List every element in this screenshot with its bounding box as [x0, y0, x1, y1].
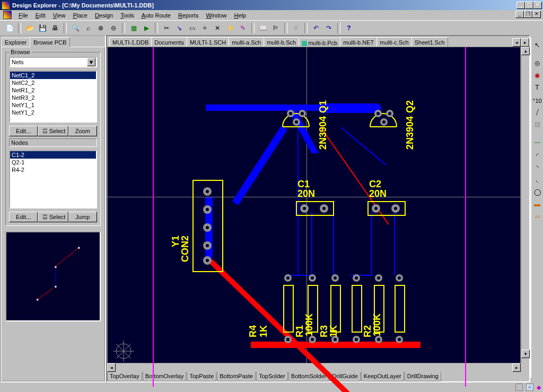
pad[interactable] — [293, 118, 300, 126]
tb-select-rect[interactable]: ▭ — [187, 23, 197, 33]
tb-tool7[interactable]: ✎ — [238, 23, 248, 33]
pad[interactable] — [299, 110, 306, 117]
document-icon[interactable] — [3, 11, 12, 19]
maximize-button[interactable]: ▢ — [525, 2, 533, 9]
list-item[interactable]: NetY1_2 — [10, 109, 96, 116]
list-item[interactable]: R4-2 — [10, 166, 96, 173]
menu-autoroute[interactable]: Auto Route — [142, 12, 171, 19]
menu-tools[interactable]: Tools — [120, 12, 134, 19]
side-hatch-icon[interactable]: ▤ — [532, 119, 542, 129]
list-item[interactable]: C1-2 — [10, 151, 96, 159]
pad[interactable] — [374, 110, 382, 117]
doctab[interactable]: MULTI-1.SCH — [187, 37, 229, 47]
tb-redo[interactable]: ↷ — [323, 23, 334, 33]
jump-button[interactable]: Jump — [68, 212, 97, 222]
pad[interactable] — [203, 187, 212, 196]
menu-file[interactable]: File — [19, 12, 28, 19]
tb-flag[interactable]: 🏳 — [270, 23, 281, 33]
pad[interactable] — [300, 204, 309, 213]
close-button[interactable]: ✕ — [533, 2, 542, 9]
pad[interactable] — [320, 204, 328, 213]
browse-mode-dropdown[interactable]: Nets ▼ — [9, 57, 97, 67]
select2-button[interactable]: ☲ Select — [38, 212, 68, 222]
side-text-icon[interactable]: T — [532, 83, 542, 92]
tab-scroll-left[interactable]: ◂ — [512, 38, 521, 47]
tb-tool1[interactable]: ▦ — [128, 23, 139, 33]
side-arrow-icon[interactable]: ↖ — [532, 40, 542, 50]
pcb-preview[interactable] — [5, 231, 101, 321]
tb-tool6[interactable]: ⚡ — [225, 23, 235, 33]
tb-print[interactable]: 🖶 — [50, 23, 60, 33]
dropdown-arrow-icon[interactable]: ▼ — [87, 58, 95, 66]
pad[interactable] — [386, 110, 393, 117]
list-item[interactable]: NetR3_2 — [10, 94, 96, 101]
menu-edit[interactable]: Edit — [36, 12, 46, 19]
tb-open[interactable]: 📂 — [24, 23, 35, 33]
pad[interactable] — [287, 110, 294, 117]
doctab[interactable]: MULTI-1.DDB — [109, 37, 152, 47]
tb-tool2[interactable]: ▶ — [141, 23, 152, 33]
tb-book[interactable]: 📖 — [258, 23, 268, 33]
tb-zoom-fit[interactable]: ⌕ — [83, 23, 93, 33]
pad[interactable] — [203, 241, 212, 250]
status-eraser-icon[interactable]: ◆ — [537, 384, 541, 391]
layer-tab[interactable]: TopOverlay — [107, 372, 142, 381]
menu-reports[interactable]: Reports — [178, 12, 199, 19]
menu-help[interactable]: Help — [234, 12, 247, 19]
pad[interactable] — [380, 118, 388, 126]
tb-tool5[interactable]: ✕ — [212, 23, 223, 33]
tab-scroll-right[interactable]: ▸ — [521, 38, 529, 47]
side-arc3-icon[interactable]: ◟ — [532, 175, 542, 185]
doctab[interactable]: multi-a.Sch — [229, 37, 264, 47]
pad[interactable] — [203, 256, 212, 265]
side-dimension-icon[interactable]: +10 — [532, 95, 542, 104]
pad[interactable] — [372, 204, 380, 213]
side-arc2-icon[interactable]: ◝ — [532, 163, 542, 172]
tab-explorer[interactable]: Explorer — [1, 38, 30, 47]
side-poly-icon[interactable]: ▱ — [532, 212, 542, 221]
tb-tool3[interactable]: ↘ — [174, 23, 185, 33]
pad[interactable] — [203, 223, 212, 232]
side-line-icon[interactable]: 〰 — [532, 138, 542, 148]
doctab[interactable]: multi-b.Sch — [264, 37, 299, 47]
side-circle-icon[interactable]: ◯ — [532, 187, 542, 197]
pad[interactable] — [391, 204, 400, 213]
doctab[interactable]: multi-b.NET — [340, 37, 377, 47]
scroll-right[interactable]: ▸ — [512, 363, 521, 372]
side-pad-icon[interactable]: ◎ — [532, 58, 542, 68]
pcb-canvas[interactable]: Y1 CON2 Q1 2N3904 Q2 2N3904 — [107, 47, 521, 363]
scroll-left[interactable]: ◂ — [107, 363, 116, 372]
mdi-close[interactable]: ✕ — [532, 11, 541, 18]
menu-place[interactable]: Place — [73, 12, 87, 19]
menu-design[interactable]: Design — [95, 12, 113, 19]
list-item[interactable]: Q2-1 — [10, 159, 96, 166]
tb-new[interactable]: 📄 — [4, 23, 15, 33]
tab-browse-pcb[interactable]: Browse PCB — [30, 37, 70, 47]
scroll-down[interactable]: ▾ — [521, 350, 530, 358]
tb-tool4[interactable]: ✧ — [199, 23, 210, 33]
edit-button[interactable]: Edit... — [9, 126, 38, 136]
tb-cut[interactable]: ✂ — [161, 23, 172, 33]
doctab[interactable]: Documents — [151, 37, 187, 47]
list-item[interactable]: NetY1_1 — [10, 101, 96, 109]
side-diag-icon[interactable]: ⧸ — [532, 107, 542, 117]
minimize-button[interactable]: _ — [516, 2, 525, 9]
list-item[interactable]: NetR1_2 — [10, 86, 96, 94]
nodes-list[interactable]: C1-2 Q2-1 R4-2 — [9, 150, 97, 208]
tb-zoom-area[interactable]: 🔍 — [70, 23, 81, 33]
mdi-restore[interactable]: ❐ — [524, 11, 532, 18]
tb-save[interactable]: 💾 — [37, 23, 48, 33]
tb-undo[interactable]: ↶ — [311, 23, 321, 33]
select-button[interactable]: ☲ Select — [38, 126, 68, 136]
mdi-minimize[interactable]: _ — [515, 11, 524, 18]
tb-grid[interactable]: # — [291, 23, 301, 33]
scroll-up[interactable]: ▴ — [521, 47, 530, 55]
side-via-icon[interactable]: ◉ — [532, 71, 542, 80]
side-arc1-icon[interactable]: ◜ — [532, 151, 542, 160]
tb-zoom-in[interactable]: ⊕ — [95, 23, 106, 33]
side-fill-icon[interactable]: ▬ — [532, 199, 542, 209]
menu-view[interactable]: View — [53, 12, 66, 19]
doctab-active[interactable]: multi-b.Pcb — [299, 38, 340, 47]
pad[interactable] — [203, 205, 212, 214]
nets-list[interactable]: NetC1_2 NetC2_2 NetR1_2 NetR3_2 NetY1_1 … — [9, 71, 97, 123]
